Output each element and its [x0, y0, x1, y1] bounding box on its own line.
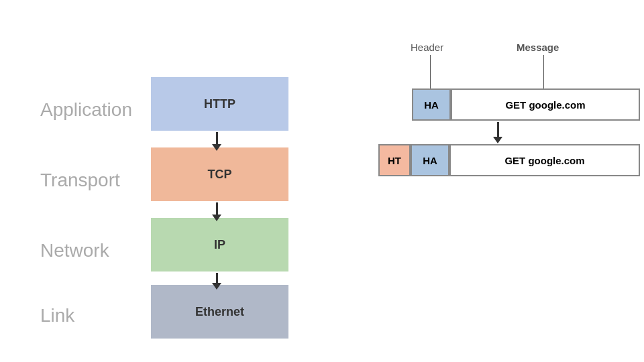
- pkt-cell-message-1: GET google.com: [451, 88, 640, 121]
- layer-label-network: Network: [40, 240, 109, 261]
- message-label: Message: [517, 42, 559, 53]
- box-transport: TCP: [151, 147, 288, 201]
- box-application: HTTP: [151, 77, 288, 131]
- header-label-line: [430, 55, 431, 88]
- arrow-network-to-link: [212, 273, 221, 290]
- arrow-app-to-transport: [212, 132, 221, 151]
- layer-label-link: Link: [40, 305, 74, 326]
- header-label: Header: [411, 42, 443, 53]
- packet-row-2: HT HA GET google.com: [378, 144, 640, 176]
- box-link: Ethernet: [151, 285, 288, 339]
- pkt-cell-ha-2: HA: [411, 144, 449, 176]
- packet-row-1: HA GET google.com: [412, 88, 640, 121]
- layer-label-application: Application: [40, 99, 132, 121]
- message-label-line: [543, 55, 544, 88]
- pkt-cell-message-2: GET google.com: [449, 144, 640, 176]
- box-network: IP: [151, 218, 288, 272]
- arrow-transport-to-network: [212, 202, 221, 221]
- pkt-cell-ha: HA: [412, 88, 451, 121]
- right-arrow: [493, 122, 502, 143]
- main-diagram: Application Transport Network Link HTTP …: [0, 0, 644, 362]
- pkt-cell-ht: HT: [378, 144, 411, 176]
- layer-label-transport: Transport: [40, 170, 120, 191]
